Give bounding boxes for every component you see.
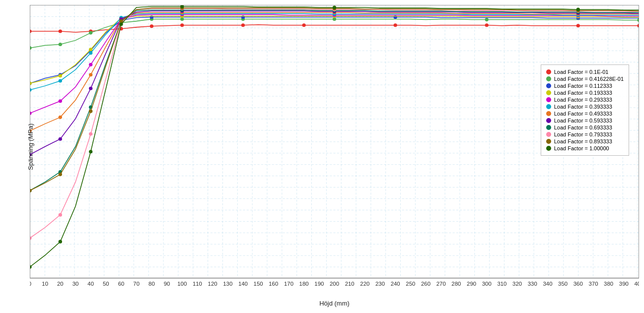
legend-color-lf2 <box>546 76 551 81</box>
svg-point-159 <box>119 22 123 26</box>
svg-point-161 <box>333 6 336 9</box>
legend-item-lf8: Load Factor = 0.593333 <box>546 118 624 124</box>
legend-color-lf12 <box>546 146 551 151</box>
svg-text:320: 320 <box>512 281 522 287</box>
svg-point-108 <box>59 99 62 103</box>
legend-color-lf5 <box>546 97 551 102</box>
svg-point-79 <box>485 23 489 27</box>
svg-point-157 <box>59 240 62 244</box>
legend-label-lf3: Load Factor = 0.112333 <box>554 83 612 89</box>
svg-point-78 <box>394 23 397 27</box>
svg-text:150: 150 <box>254 281 263 287</box>
svg-text:190: 190 <box>314 281 324 287</box>
svg-text:20: 20 <box>57 281 64 287</box>
legend-label-lf2: Load Factor = 0.416228E-01 <box>554 76 624 82</box>
svg-point-76 <box>241 23 245 27</box>
svg-point-84 <box>89 31 92 35</box>
svg-point-122 <box>59 116 62 119</box>
svg-text:300: 300 <box>482 281 492 287</box>
x-axis-label: Höjd (mm) <box>319 300 350 307</box>
svg-point-71 <box>59 29 62 33</box>
legend-label-lf4: Load Factor = 0.193333 <box>554 90 612 96</box>
legend-color-lf8 <box>546 118 551 123</box>
legend-label-lf9: Load Factor = 0.693333 <box>554 125 612 130</box>
legend-label-lf12: Load Factor = 1.00000 <box>554 145 609 151</box>
svg-text:390: 390 <box>619 281 629 287</box>
svg-text:10: 10 <box>42 281 48 287</box>
legend-label-lf11: Load Factor = 0.893333 <box>554 138 612 144</box>
svg-point-129 <box>59 137 62 141</box>
svg-text:180: 180 <box>299 281 309 287</box>
svg-point-150 <box>59 173 62 176</box>
svg-point-116 <box>89 51 92 55</box>
svg-text:380: 380 <box>604 281 613 287</box>
svg-point-87 <box>180 17 184 21</box>
svg-text:90: 90 <box>164 281 170 287</box>
svg-text:80: 80 <box>148 281 155 287</box>
chart-area: Spänning (MPa) Höjd (mm) <box>30 5 639 288</box>
legend-item-lf10: Load Factor = 0.793333 <box>546 131 624 137</box>
svg-text:40: 40 <box>87 281 94 287</box>
legend-color-lf7 <box>546 111 551 116</box>
svg-text:130: 130 <box>223 281 232 287</box>
svg-text:110: 110 <box>193 281 202 287</box>
legend-color-lf9 <box>546 125 551 130</box>
svg-text:60: 60 <box>118 281 125 287</box>
svg-text:230: 230 <box>375 281 385 287</box>
svg-point-162 <box>576 8 580 11</box>
svg-text:50: 50 <box>103 281 109 287</box>
svg-point-77 <box>302 23 306 27</box>
svg-point-90 <box>485 18 489 21</box>
svg-point-89 <box>333 17 336 21</box>
svg-text:240: 240 <box>391 281 400 287</box>
legend-label-lf8: Load Factor = 0.593333 <box>554 118 612 124</box>
svg-text:370: 370 <box>588 281 598 287</box>
svg-text:270: 270 <box>436 281 446 287</box>
svg-text:330: 330 <box>528 281 537 287</box>
legend-color-lf6 <box>546 104 551 109</box>
svg-text:170: 170 <box>284 281 293 287</box>
legend-item-lf12: Load Factor = 1.00000 <box>546 145 624 151</box>
svg-text:140: 140 <box>238 281 248 287</box>
svg-text:100: 100 <box>177 281 187 287</box>
svg-text:0: 0 <box>30 281 31 287</box>
legend-item-lf2: Load Factor = 0.416228E-01 <box>546 76 624 82</box>
legend-item-lf7: Load Factor = 0.493333 <box>546 111 624 117</box>
svg-point-144 <box>89 132 92 135</box>
svg-point-151 <box>89 110 92 113</box>
legend: Load Factor = 0.1E-01 Load Factor = 0.41… <box>541 64 629 156</box>
legend-item-lf6: Load Factor = 0.393333 <box>546 104 624 110</box>
legend-color-lf3 <box>546 83 551 88</box>
legend-label-lf10: Load Factor = 0.793333 <box>554 131 612 137</box>
svg-point-123 <box>89 73 92 76</box>
y-axis-label: Spänning (MPa) <box>27 124 34 170</box>
svg-point-158 <box>89 150 92 153</box>
svg-point-101 <box>59 74 62 77</box>
svg-text:200: 200 <box>330 281 339 287</box>
legend-item-lf4: Load Factor = 0.193333 <box>546 90 624 96</box>
svg-text:400: 400 <box>634 281 639 287</box>
svg-text:310: 310 <box>497 281 506 287</box>
legend-item-lf1: Load Factor = 0.1E-01 <box>546 69 624 75</box>
svg-text:260: 260 <box>421 281 430 287</box>
legend-color-lf4 <box>546 90 551 95</box>
svg-point-143 <box>59 213 62 217</box>
svg-point-102 <box>89 48 92 51</box>
svg-text:280: 280 <box>451 281 461 287</box>
svg-text:210: 210 <box>345 281 355 287</box>
svg-text:120: 120 <box>208 281 217 287</box>
legend-item-lf3: Load Factor = 0.112333 <box>546 83 624 89</box>
legend-color-lf11 <box>546 139 551 144</box>
legend-label-lf6: Load Factor = 0.393333 <box>554 104 612 110</box>
legend-item-lf9: Load Factor = 0.693333 <box>546 125 624 130</box>
svg-point-83 <box>59 43 62 46</box>
svg-point-80 <box>576 24 580 27</box>
svg-text:70: 70 <box>133 281 140 287</box>
svg-text:30: 30 <box>72 281 79 287</box>
svg-point-130 <box>89 87 92 90</box>
legend-label-lf7: Load Factor = 0.493333 <box>554 111 612 117</box>
chart-container: Spänning (MPa) Höjd (mm) <box>0 0 644 313</box>
svg-point-74 <box>150 24 153 28</box>
legend-label-lf1: Load Factor = 0.1E-01 <box>554 69 609 75</box>
legend-color-lf1 <box>546 69 551 74</box>
